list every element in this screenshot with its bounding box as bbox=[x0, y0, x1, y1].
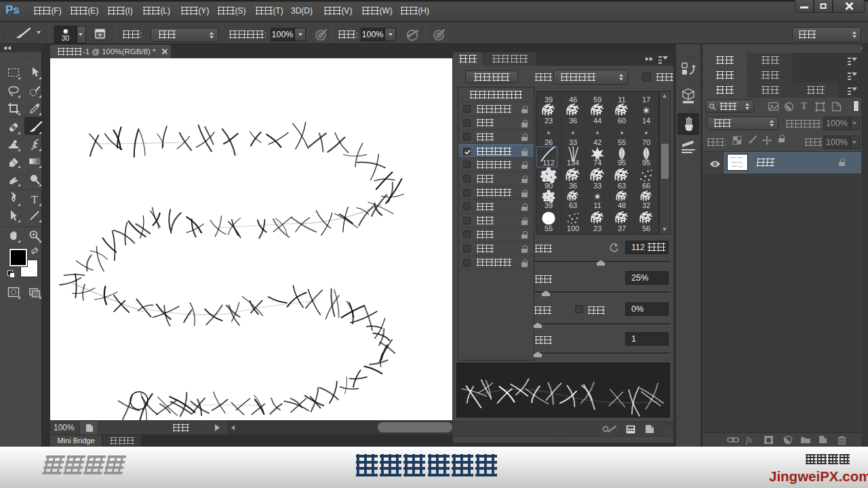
svg-text:39: 39 bbox=[545, 201, 553, 209]
svg-text:46: 46 bbox=[569, 96, 577, 104]
svg-text:66: 66 bbox=[642, 182, 650, 190]
svg-text:70: 70 bbox=[642, 138, 650, 146]
svg-text:90: 90 bbox=[545, 182, 553, 190]
svg-text:95: 95 bbox=[642, 159, 650, 167]
svg-text:36: 36 bbox=[569, 117, 577, 125]
svg-text:48: 48 bbox=[618, 201, 626, 209]
svg-text:44: 44 bbox=[593, 117, 601, 125]
svg-text:14: 14 bbox=[642, 117, 650, 125]
svg-text:134: 134 bbox=[567, 159, 579, 167]
svg-text:37: 37 bbox=[618, 224, 626, 232]
svg-text:17: 17 bbox=[642, 96, 650, 104]
svg-text:11: 11 bbox=[618, 96, 625, 104]
svg-text:33: 33 bbox=[593, 182, 601, 190]
svg-text:60: 60 bbox=[618, 117, 626, 125]
svg-text:59: 59 bbox=[593, 96, 601, 104]
svg-text:100: 100 bbox=[567, 224, 579, 232]
svg-text:11: 11 bbox=[593, 201, 601, 209]
svg-text:33: 33 bbox=[569, 138, 577, 146]
svg-text:39: 39 bbox=[545, 96, 553, 104]
svg-text:95: 95 bbox=[618, 159, 626, 167]
svg-text:55: 55 bbox=[618, 138, 626, 146]
svg-text:63: 63 bbox=[569, 201, 577, 209]
svg-text:23: 23 bbox=[545, 117, 553, 125]
svg-text:42: 42 bbox=[593, 138, 601, 146]
svg-text:63: 63 bbox=[618, 182, 626, 190]
svg-text:32: 32 bbox=[642, 201, 650, 209]
svg-text:26: 26 bbox=[545, 138, 553, 146]
svg-text:23: 23 bbox=[593, 224, 601, 232]
svg-text:74: 74 bbox=[593, 159, 601, 167]
svg-text:56: 56 bbox=[642, 224, 650, 232]
svg-text:55: 55 bbox=[545, 224, 553, 232]
svg-text:36: 36 bbox=[569, 182, 577, 190]
svg-text:T: T bbox=[31, 193, 39, 206]
